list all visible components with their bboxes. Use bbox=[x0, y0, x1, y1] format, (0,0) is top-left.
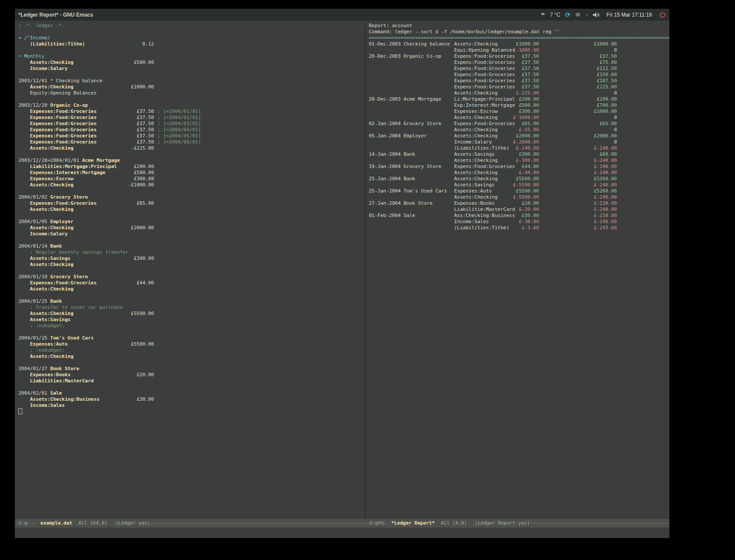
ledger-line[interactable]: Assets:Checking bbox=[18, 354, 365, 360]
register-row[interactable]: 19-Jan-2004 Grocery StoreExpens:Food:Gro… bbox=[369, 164, 669, 170]
ledger-line[interactable]: Expenses:Escrow£300.00 bbox=[18, 176, 365, 182]
ledger-line[interactable] bbox=[18, 213, 365, 219]
ledger-line[interactable]: 2003/12/01 * Checking balance bbox=[18, 78, 365, 84]
ledger-line[interactable] bbox=[18, 29, 365, 35]
modeline-report[interactable]: -U:@%%-*Ledger Report*All (4,0)(Ledger R… bbox=[366, 519, 669, 528]
ledger-line[interactable]: Assets:Checking-£225.00 bbox=[18, 145, 365, 151]
ledger-line[interactable]: Assets:Checking£5500.00 bbox=[18, 311, 365, 317]
ledger-line[interactable]: = /^Income/ bbox=[18, 35, 365, 41]
register-row[interactable]: Expens:Food:Groceries£37.50£112.50 bbox=[369, 66, 669, 72]
register-row[interactable]: Equi:Opening Balances£-1000.000 bbox=[369, 47, 669, 53]
register-row[interactable]: Liabilitie:MasterCard£-20.00£-240.00 bbox=[369, 206, 669, 213]
ledger-line[interactable]: Income:Sales bbox=[18, 402, 365, 409]
ledger-line[interactable]: 2004/01/25 Tom's Used Cars bbox=[18, 335, 365, 341]
ledger-line[interactable]: Assets:Checking-£1000.00 bbox=[18, 182, 365, 188]
ledger-line[interactable]: ; :nobudget: bbox=[18, 323, 365, 329]
ledger-line[interactable]: Assets:Checking bbox=[18, 286, 365, 292]
register-row[interactable]: 20-Dec-2003 Organic Co-opExpens:Food:Gro… bbox=[369, 53, 669, 60]
ledger-line[interactable]: 2003/12/20 Organic Co-op bbox=[18, 102, 365, 108]
modeline-ledger[interactable]: -U:@---example.datAll (64,0)(Ledger yas)… bbox=[15, 519, 366, 528]
register-row[interactable]: 01-Feb-2004 SaleAss:Checking:Business£30… bbox=[369, 213, 669, 219]
register-row[interactable]: Assets:Savings£-5500.00£-240.00 bbox=[369, 182, 669, 188]
register-row[interactable]: 25-Jan-2004 BankAssets:Checking£5500.00£… bbox=[369, 176, 669, 182]
register-row[interactable]: Assets:Checking£-44.00£-240.00 bbox=[369, 170, 669, 176]
ledger-line[interactable]: Expenses:Food:Groceries£37.50; [=2004/01… bbox=[18, 108, 365, 115]
ledger-line[interactable]: Assets:Checking£1000.00 bbox=[18, 84, 365, 90]
ledger-line[interactable]: 2004/01/05 Employer bbox=[18, 219, 365, 225]
network-traffic-icon[interactable]: ↑↓ bbox=[585, 12, 588, 17]
ledger-line[interactable]: 2004/01/27 Book Store bbox=[18, 366, 365, 372]
ledger-line[interactable]: Expenses:Interest:Mortgage£500.00 bbox=[18, 170, 365, 176]
ledger-line[interactable] bbox=[18, 409, 365, 415]
ledger-line[interactable]: Income:Salary bbox=[18, 231, 365, 237]
ledger-line[interactable]: Assets:Savings bbox=[18, 317, 365, 323]
umbrella-icon[interactable]: ☂ bbox=[540, 12, 545, 18]
ledger-line[interactable]: 2004/01/02 Grocery Store bbox=[18, 194, 365, 200]
ledger-line[interactable] bbox=[18, 151, 365, 158]
ledger-line[interactable]: 2004/02/01 Sale bbox=[18, 390, 365, 396]
register-row[interactable]: 27-Jan-2004 Book StoreExpenses:Books£20.… bbox=[369, 200, 669, 206]
ledger-line[interactable]: Assets:Checking bbox=[18, 206, 365, 213]
ledger-line[interactable]: Assets:Checking£500.00 bbox=[18, 60, 365, 66]
register-row[interactable]: Expens:Food:Groceries£37.50£187.50 bbox=[369, 78, 669, 84]
ledger-line[interactable]: ; Regular monthly savings transfer bbox=[18, 249, 365, 256]
ledger-line[interactable]: 2004/01/14 Bank bbox=[18, 243, 365, 249]
register-row[interactable]: Income:Sales£-30.00£-240.00 bbox=[369, 219, 669, 225]
ledger-line[interactable]: Expenses:Auto£5500.00 bbox=[18, 341, 365, 347]
mail-icon[interactable]: ✉ bbox=[575, 11, 580, 18]
report-buffer-pane[interactable]: Report: account Command: ledger --sort d… bbox=[366, 21, 669, 519]
echo-area[interactable] bbox=[15, 528, 669, 538]
ledger-line[interactable]: Expenses:Food:Groceries£37.50; [=2004/05… bbox=[18, 133, 365, 139]
ledger-line[interactable] bbox=[18, 329, 365, 335]
register-row[interactable]: 02-Jan-2004 Grocery StoreExpens:Food:Gro… bbox=[369, 121, 669, 127]
ledger-line[interactable]: Liabilities:MasterCard bbox=[18, 378, 365, 384]
register-row[interactable]: 14-Jan-2004 BankAssets:Savings£300.00£60… bbox=[369, 151, 669, 158]
register-row[interactable]: Assets:Checking£-65.000 bbox=[369, 127, 669, 133]
ledger-line[interactable]: Expenses:Books£20.00 bbox=[18, 372, 365, 378]
ledger-line[interactable]: ~ Monthly bbox=[18, 53, 365, 60]
ledger-line[interactable]: Expenses:Food:Groceries£37.50; [=2004/06… bbox=[18, 139, 365, 145]
ledger-line[interactable]: Liabilities:Mortgage:Principal£200.00 bbox=[18, 164, 365, 170]
register-row[interactable]: Expenses:Escrow£300.00£1000.00 bbox=[369, 108, 669, 115]
ledger-line[interactable] bbox=[18, 268, 365, 274]
register-row[interactable]: Exp:Interest:Mortgage£500.00£700.00 bbox=[369, 102, 669, 108]
ledger-line[interactable]: 2004/01/19 Grocery Store bbox=[18, 274, 365, 280]
register-row[interactable]: Expens:Food:Groceries£37.50£150.00 bbox=[369, 72, 669, 78]
ledger-line[interactable] bbox=[18, 292, 365, 298]
titlebar[interactable]: *Ledger Report* - GNU Emacs ☂ 7 °C ⟳ ✉ ↑… bbox=[15, 9, 669, 21]
ledger-buffer-pane[interactable]: ; -*- ledger -*-= /^Income/ (Liabilities… bbox=[15, 21, 365, 519]
ledger-line[interactable] bbox=[18, 72, 365, 78]
register-row[interactable]: 25-Jan-2004 Tom's Used CarsExpenses:Auto… bbox=[369, 188, 669, 194]
ledger-line[interactable]: 2004/01/25 Bank bbox=[18, 298, 365, 304]
register-row[interactable]: Assets:Checking£-1000.000 bbox=[369, 115, 669, 121]
power-icon[interactable] bbox=[659, 11, 666, 18]
register-row[interactable]: Assets:Checking£-300.00£-240.00 bbox=[369, 158, 669, 164]
ledger-line[interactable] bbox=[18, 188, 365, 194]
register-row[interactable]: 01-Dec-2003 Checking balanceAssets:Check… bbox=[369, 41, 669, 47]
ledger-line[interactable]: Assets:Checking:Business£30.00 bbox=[18, 396, 365, 402]
ledger-line[interactable]: Assets:Checking bbox=[18, 262, 365, 268]
ledger-line[interactable] bbox=[18, 237, 365, 243]
ledger-line[interactable]: Expenses:Food:Groceries£65.00 bbox=[18, 200, 365, 206]
ledger-line[interactable]: Assets:Checking£2000.00 bbox=[18, 225, 365, 231]
clock[interactable]: Fri 15 Mar 17:11:19 bbox=[606, 12, 652, 18]
ledger-line[interactable] bbox=[18, 360, 365, 366]
ledger-line[interactable]: ; Transfer to cover car purchase bbox=[18, 304, 365, 311]
ledger-line[interactable]: Expenses:Food:Groceries£37.50; [=2004/02… bbox=[18, 115, 365, 121]
ledger-line[interactable] bbox=[18, 96, 365, 102]
ledger-line[interactable] bbox=[18, 47, 365, 53]
ledger-line[interactable]: Expenses:Food:Groceries£37.50; [=2004/04… bbox=[18, 127, 365, 133]
register-row[interactable]: (Liabilities:Tithe)£-240.00£-240.00 bbox=[369, 145, 669, 151]
ledger-line[interactable]: ; :nobudget: bbox=[18, 347, 365, 354]
register-row[interactable]: Income:Salary£-2000.000 bbox=[369, 139, 669, 145]
register-row[interactable]: Expens:Food:Groceries£37.50£225.00 bbox=[369, 84, 669, 90]
ledger-line[interactable]: Equity:Opening Balances bbox=[18, 90, 365, 96]
ledger-line[interactable]: Income:Salary bbox=[18, 66, 365, 72]
register-row[interactable]: (Liabilities:Tithe)£-3.60£-243.60 bbox=[369, 225, 669, 231]
sync-icon[interactable]: ⟳ bbox=[565, 11, 571, 18]
ledger-line[interactable] bbox=[18, 384, 365, 390]
ledger-line[interactable]: Expenses:Food:Groceries£44.00 bbox=[18, 280, 365, 286]
ledger-line[interactable]: Expenses:Food:Groceries£37.50; [=2004/03… bbox=[18, 121, 365, 127]
register-row[interactable]: 05-Jan-2004 EmployerAssets:Checking£2000… bbox=[369, 133, 669, 139]
register-row[interactable]: Assets:Checking£-5500.00£-240.00 bbox=[369, 194, 669, 200]
